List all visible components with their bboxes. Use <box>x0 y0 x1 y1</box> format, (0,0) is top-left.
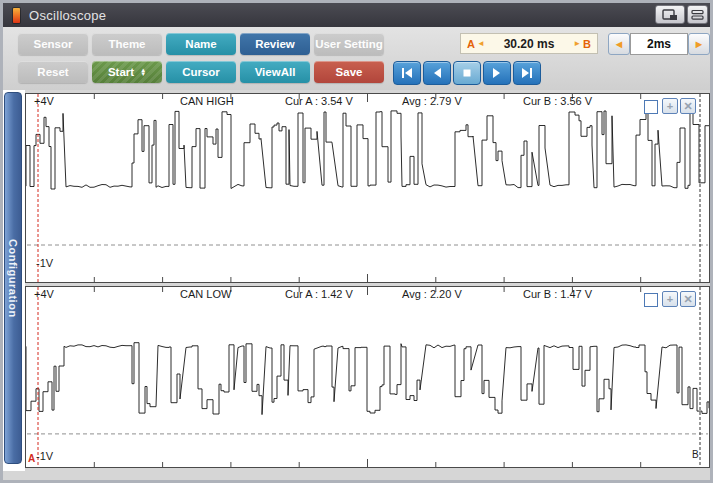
skip-start-icon <box>401 68 413 78</box>
timebase-increase-button[interactable]: ► <box>688 33 710 55</box>
bottom-scale-label: -1V <box>36 257 53 269</box>
average-readout: Avg : 2.20 V <box>402 288 462 300</box>
theme-button[interactable]: Theme <box>92 33 162 55</box>
new-window-button[interactable] <box>655 5 685 24</box>
button-label: Sensor <box>34 38 73 50</box>
toolbar-row-1: SensorThemeNameReviewUser Setting <box>18 33 384 55</box>
play-button[interactable] <box>483 61 511 85</box>
configuration-tab[interactable]: Configuration <box>4 92 22 464</box>
new-window-icon <box>662 9 678 21</box>
cursor-b-marker[interactable]: B <box>692 449 699 460</box>
can-high-plot <box>26 94 709 282</box>
configuration-tab-label: Configuration <box>7 239 19 318</box>
average-readout: Avg : 2.79 V <box>402 95 462 107</box>
skip-end-icon <box>521 68 533 78</box>
user-setting-button[interactable]: User Setting <box>314 33 384 55</box>
step-back-button[interactable] <box>423 61 451 85</box>
review-button[interactable]: Review <box>240 33 310 55</box>
skip-start-button[interactable] <box>393 61 421 85</box>
menu-icon <box>691 9 704 21</box>
menu-button[interactable] <box>687 5 708 24</box>
channel-select-checkbox[interactable] <box>644 100 658 114</box>
button-label: Review <box>255 38 295 50</box>
skip-end-button[interactable] <box>513 61 541 85</box>
cursor-a-readout: Cur A : 1.42 V <box>285 288 353 300</box>
playback-controls <box>393 61 541 85</box>
stop-button[interactable] <box>453 61 481 85</box>
channel-title: CAN LOW <box>180 288 231 300</box>
cursor-button[interactable]: Cursor <box>166 61 236 83</box>
cursor-a-marker[interactable]: A <box>28 453 35 464</box>
step-back-icon <box>431 68 443 78</box>
can-low-plot <box>26 287 709 467</box>
close-icon[interactable]: ✕ <box>680 291 696 307</box>
stop-icon <box>461 68 473 78</box>
window-title: Oscilloscope <box>29 8 106 23</box>
cursor-a-readout: Cur A : 3.54 V <box>285 95 353 107</box>
oscilloscope-window: Oscilloscope SensorThemeNameReviewUser S… <box>0 0 713 483</box>
cursor-b-tag: B <box>583 38 591 50</box>
zoom-in-icon[interactable]: + <box>662 98 678 114</box>
app-icon <box>13 8 20 23</box>
top-scale-label: +4V <box>34 288 54 300</box>
channel-title: CAN HIGH <box>180 95 234 107</box>
bottom-scale-label: -1V <box>36 450 53 462</box>
name-button[interactable]: Name <box>166 33 236 55</box>
cursor-time-readout[interactable]: A ◄ 30.20 ms ► B <box>460 33 598 54</box>
toolbar: SensorThemeNameReviewUser Setting ResetS… <box>3 27 710 90</box>
start-button[interactable]: Start▲▼ <box>92 61 162 83</box>
button-label: User Setting <box>315 38 383 50</box>
button-label: Save <box>336 66 363 78</box>
channel-select-checkbox[interactable] <box>644 293 658 307</box>
button-label: Reset <box>37 66 68 78</box>
cursor-a-arrow-icon[interactable]: ◄ <box>477 39 485 48</box>
play-icon <box>491 68 503 78</box>
timebase-decrease-button[interactable]: ◄ <box>608 33 630 55</box>
waveform-panel-can-low: +4V CAN LOW Cur A : 1.42 V Avg : 2.20 V … <box>25 286 710 468</box>
cursor-a-tag: A <box>467 38 475 50</box>
button-label: Theme <box>108 38 145 50</box>
close-icon[interactable]: ✕ <box>680 98 696 114</box>
toolbar-row-2: ResetStart▲▼CursorViewAllSave <box>18 61 384 83</box>
save-button[interactable]: Save <box>314 61 384 83</box>
button-label: ViewAll <box>255 66 296 78</box>
button-label: Cursor <box>182 66 220 78</box>
timebase-value[interactable]: 2ms <box>630 33 688 55</box>
titlebar: Oscilloscope <box>3 3 710 27</box>
button-label: Name <box>185 38 216 50</box>
button-label: Start <box>108 66 134 78</box>
cursor-delta-value: 30.20 ms <box>487 37 571 51</box>
spinner-arrows-icon: ▲▼ <box>140 68 146 77</box>
cursor-b-arrow-icon[interactable]: ► <box>573 39 581 48</box>
sensor-button[interactable]: Sensor <box>18 33 88 55</box>
cursor-b-readout: Cur B : 3.56 V <box>523 95 592 107</box>
zoom-in-icon[interactable]: + <box>662 291 678 307</box>
reset-button[interactable]: Reset <box>18 61 88 83</box>
top-scale-label: +4V <box>34 95 54 107</box>
viewall-button[interactable]: ViewAll <box>240 61 310 83</box>
cursor-b-readout: Cur B : 1.47 V <box>523 288 592 300</box>
waveform-panel-can-high: +4V CAN HIGH Cur A : 3.54 V Avg : 2.79 V… <box>25 93 710 283</box>
